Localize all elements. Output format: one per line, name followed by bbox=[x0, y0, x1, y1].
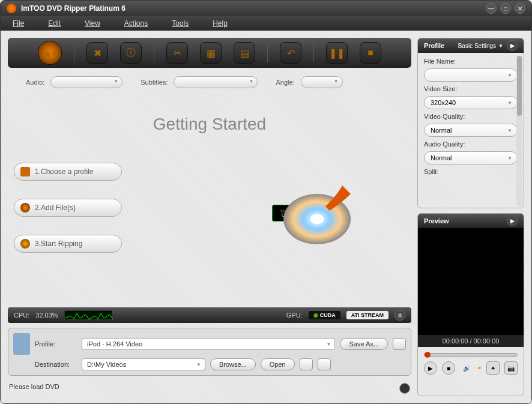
cut-button[interactable]: ✂ bbox=[166, 42, 188, 64]
volume-slider[interactable] bbox=[478, 367, 482, 369]
preview-video-area bbox=[418, 228, 524, 335]
toolbar: ◉▾ ✖ ⓘ ✂ ▦ ▤ ↶ ❚❚ ■ bbox=[8, 38, 411, 68]
videoquality-select[interactable]: Normal bbox=[424, 124, 518, 137]
cpu-label: CPU: bbox=[14, 312, 29, 319]
footer-expand-button[interactable] bbox=[399, 383, 410, 394]
profile-select[interactable]: iPod - H.264 Video bbox=[82, 338, 335, 350]
angle-label: Angle: bbox=[276, 79, 294, 86]
menubar: File Edit View Actions Tools Help bbox=[1, 16, 531, 31]
step-add-files[interactable]: 2.Add File(s) bbox=[14, 199, 122, 217]
undo-button[interactable]: ↶ bbox=[280, 42, 301, 64]
menu-tools[interactable]: Tools bbox=[172, 19, 189, 28]
disc-icon bbox=[20, 203, 30, 213]
profile-expand-button[interactable]: ▶ bbox=[507, 40, 518, 51]
save-as-button[interactable]: Save As... bbox=[340, 338, 388, 350]
player-controls: ▶ ■ 🔊 ✦ 📷 bbox=[418, 347, 524, 381]
minimize-button[interactable]: — bbox=[486, 3, 497, 14]
profile-menu-button[interactable] bbox=[393, 338, 406, 350]
basic-settings-label[interactable]: Basic Settings bbox=[458, 43, 496, 49]
stop-playback-button[interactable]: ■ bbox=[442, 361, 455, 375]
stream-selectors: Audio: Subtitles: Angle: bbox=[8, 73, 411, 92]
profile-panel-title: Profile bbox=[424, 42, 458, 49]
step3-label: 3.Start Ripping bbox=[35, 240, 82, 248]
app-logo-icon bbox=[7, 4, 16, 13]
info-button[interactable]: ⓘ bbox=[120, 42, 142, 64]
footer-message: Please load DVD bbox=[9, 383, 399, 394]
window-title: ImTOO DVD Ripper Platinum 6 bbox=[21, 4, 486, 13]
right-pane: Profile Basic Settings ▼ ▶ File Name: Vi… bbox=[417, 38, 524, 396]
step1-label: 1.Choose a profile bbox=[35, 167, 93, 176]
audioquality-label: Audio Quality: bbox=[424, 140, 518, 148]
main-pane: ◉▾ ✖ ⓘ ✂ ▦ ▤ ↶ ❚❚ ■ Audio: Subtitles: An… bbox=[8, 38, 411, 396]
dest-option-button[interactable] bbox=[300, 358, 313, 370]
browse-button[interactable]: Browse... bbox=[210, 358, 256, 370]
step-choose-profile[interactable]: 1.Choose a profile bbox=[14, 163, 122, 181]
preview-panel-title: Preview bbox=[424, 217, 507, 225]
timecode: 00:00:00 / 00:00:00 bbox=[418, 335, 524, 347]
menu-actions[interactable]: Actions bbox=[124, 19, 148, 28]
audio-select[interactable] bbox=[50, 76, 122, 88]
audio-label: Audio: bbox=[26, 79, 44, 86]
settings-gear-icon[interactable]: ✻ bbox=[394, 310, 405, 321]
subtitles-label: Subtitles: bbox=[141, 79, 168, 86]
rip-icon bbox=[20, 239, 30, 249]
preview-panel: Preview ▶ 00:00:00 / 00:00:00 ▶ ■ 🔊 ✦ 📷 bbox=[417, 213, 524, 396]
delete-button[interactable]: ✖ bbox=[86, 42, 108, 64]
svg-point-1 bbox=[310, 214, 324, 225]
volume-icon[interactable]: 🔊 bbox=[460, 361, 473, 375]
steps-area: 1.Choose a profile 2.Add File(s) 3.Start… bbox=[8, 151, 411, 265]
cpu-value: 32.03% bbox=[35, 312, 58, 319]
videosize-label: Video Size: bbox=[424, 85, 518, 92]
step2-label: 2.Add File(s) bbox=[35, 204, 76, 212]
videosize-select[interactable]: 320x240 bbox=[424, 96, 518, 109]
pause-button[interactable]: ❚❚ bbox=[326, 42, 348, 64]
seek-handle-icon[interactable] bbox=[425, 352, 431, 358]
disc-button[interactable]: ◉▾ bbox=[38, 41, 62, 65]
destination-label: Destination: bbox=[35, 361, 77, 368]
step-start-ripping[interactable]: 3.Start Ripping bbox=[14, 235, 122, 253]
profile-panel: Profile Basic Settings ▼ ▶ File Name: Vi… bbox=[417, 38, 524, 208]
gpu-label: GPU: bbox=[286, 312, 303, 319]
filename-input[interactable] bbox=[424, 68, 518, 82]
titlebar: ImTOO DVD Ripper Platinum 6 — □ ✕ bbox=[1, 1, 531, 16]
maximize-button[interactable]: □ bbox=[500, 3, 511, 14]
seek-bar[interactable] bbox=[424, 353, 518, 357]
getting-started-heading: Getting Started bbox=[8, 97, 411, 146]
open-button[interactable]: Open bbox=[261, 358, 295, 370]
menu-help[interactable]: Help bbox=[213, 19, 228, 28]
preview-expand-button[interactable]: ▶ bbox=[507, 216, 518, 226]
profile-label: Profile: bbox=[35, 340, 77, 348]
cuda-badge: ◉CUDA bbox=[309, 311, 340, 319]
filename-label: File Name: bbox=[424, 58, 518, 65]
ati-badge: ATI STREAM bbox=[346, 311, 388, 319]
camera-button[interactable]: 📷 bbox=[504, 361, 518, 375]
status-bar: CPU: 32.03% GPU: ◉CUDA ATI STREAM ✻ bbox=[8, 307, 411, 323]
split-label: Split: bbox=[424, 168, 518, 175]
profile-icon bbox=[20, 167, 30, 176]
subtitles-select[interactable] bbox=[174, 76, 258, 88]
audioquality-select[interactable]: Normal bbox=[424, 151, 518, 164]
stop-button[interactable]: ■ bbox=[360, 42, 381, 64]
cpu-graph bbox=[64, 310, 112, 320]
dvd-graphic-icon bbox=[279, 169, 363, 241]
profile-scrollbar[interactable] bbox=[516, 55, 522, 207]
snapshot-button[interactable]: ✦ bbox=[486, 361, 500, 375]
angle-select[interactable] bbox=[301, 76, 343, 88]
footer-status: Please load DVD bbox=[8, 381, 411, 396]
crop-button[interactable]: ▦ bbox=[200, 42, 222, 64]
menu-edit[interactable]: Edit bbox=[48, 19, 61, 28]
menu-view[interactable]: View bbox=[85, 19, 100, 28]
videoquality-label: Video Quality: bbox=[424, 113, 518, 120]
effect-button[interactable]: ▤ bbox=[234, 42, 255, 64]
destination-select[interactable]: D:\My Videos bbox=[82, 358, 205, 370]
output-controls: Profile: iPod - H.264 Video Save As... D… bbox=[8, 328, 411, 376]
play-button[interactable]: ▶ bbox=[424, 361, 437, 375]
close-button[interactable]: ✕ bbox=[515, 3, 525, 14]
device-icon bbox=[13, 333, 30, 355]
dest-menu-button[interactable] bbox=[318, 358, 331, 370]
menu-file[interactable]: File bbox=[13, 19, 24, 28]
